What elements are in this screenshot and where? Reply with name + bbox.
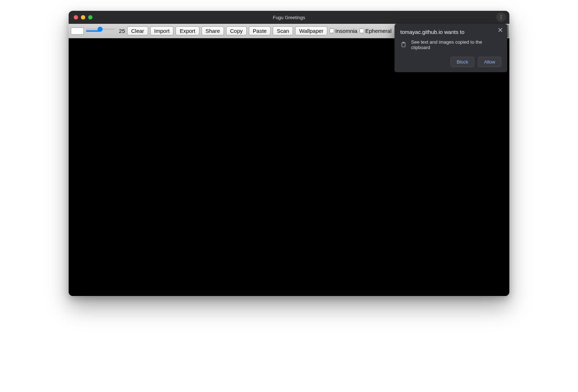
wallpaper-button[interactable]: Wallpaper	[295, 26, 327, 35]
insomnia-label: Insomnia	[335, 28, 357, 34]
close-window-button[interactable]	[74, 15, 78, 19]
import-button[interactable]: Import	[150, 26, 174, 35]
export-button[interactable]: Export	[176, 26, 199, 35]
insomnia-toggle[interactable]: Insomnia	[329, 28, 357, 34]
ephemeral-checkbox[interactable]	[359, 29, 364, 33]
brush-size-control: 25	[86, 28, 125, 34]
clipboard-icon	[400, 42, 407, 48]
copy-button[interactable]: Copy	[226, 26, 247, 35]
insomnia-checkbox[interactable]	[329, 29, 334, 33]
drawing-canvas[interactable]	[69, 38, 509, 296]
svg-point-0	[501, 16, 501, 16]
ephemeral-toggle[interactable]: Ephemeral	[359, 28, 392, 34]
titlebar: Fugu Greetings	[69, 11, 509, 24]
permission-allow-button[interactable]: Allow	[478, 57, 501, 67]
close-icon	[497, 27, 504, 33]
svg-rect-3	[402, 43, 405, 47]
maximize-window-button[interactable]	[88, 15, 92, 19]
window-menu-button[interactable]	[496, 13, 506, 22]
color-picker[interactable]	[71, 27, 84, 35]
permission-origin: tomayac.github.io	[400, 29, 443, 35]
permission-detail-row: See text and images copied to the clipbo…	[400, 39, 501, 50]
permission-actions: Block Allow	[400, 57, 501, 67]
permission-block-button[interactable]: Block	[450, 57, 474, 67]
traffic-lights	[69, 15, 92, 19]
permission-title: tomayac.github.io wants to	[400, 29, 501, 35]
paste-button[interactable]: Paste	[249, 26, 271, 35]
permission-detail: See text and images copied to the clipbo…	[411, 39, 501, 50]
app-window: Fugu Greetings 25 Clear Import Export Sh…	[69, 11, 509, 296]
share-button[interactable]: Share	[202, 26, 224, 35]
ephemeral-label: Ephemeral	[365, 28, 392, 34]
permission-prompt: tomayac.github.io wants to See text and …	[394, 24, 507, 72]
window-title: Fugu Greetings	[69, 15, 509, 20]
vertical-dots-icon	[499, 15, 504, 20]
brush-size-value: 25	[117, 28, 125, 34]
scan-button[interactable]: Scan	[273, 26, 293, 35]
svg-point-2	[501, 18, 501, 19]
permission-close-button[interactable]	[497, 27, 504, 33]
clear-button[interactable]: Clear	[127, 26, 148, 35]
permission-wants-to: wants to	[444, 29, 465, 35]
svg-point-1	[501, 17, 501, 18]
brush-size-slider[interactable]	[86, 29, 115, 30]
minimize-window-button[interactable]	[81, 15, 85, 19]
